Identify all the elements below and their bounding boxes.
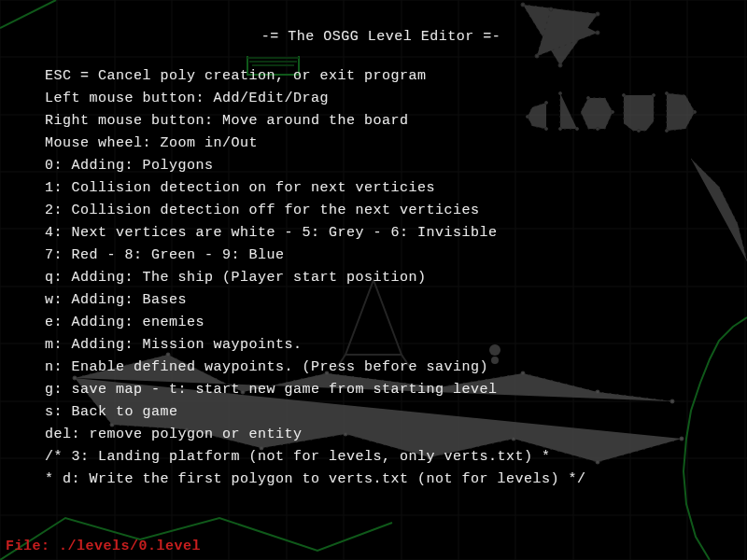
help-line: 0: Adding: Polygons [45, 155, 717, 177]
help-line: n: Enable defined waypoints. (Press befo… [45, 357, 717, 379]
editor-title: -= The OSGG Level Editor =- [45, 26, 717, 49]
help-lines: ESC = Cancel poly creation, or exit prog… [45, 65, 717, 491]
file-path: ./levels/0.level [59, 539, 201, 554]
help-line: 2: Collision detection off for the next … [45, 200, 717, 222]
help-line: Right mouse button: Move around the boar… [45, 110, 717, 133]
help-line: q: Adding: The ship (Player start positi… [45, 267, 717, 289]
help-line: * d: Write the first polygon to verts.tx… [45, 469, 717, 491]
help-line: /* 3: Landing platform (not for levels, … [45, 446, 717, 469]
help-line: ESC = Cancel poly creation, or exit prog… [45, 65, 717, 88]
file-label: File: [6, 539, 59, 554]
help-panel: -= The OSGG Level Editor =- ESC = Cancel… [45, 26, 717, 491]
help-line: del: remove polygon or entity [45, 424, 717, 446]
help-line: s: Back to game [45, 401, 717, 424]
help-line: w: Adding: Bases [45, 289, 717, 312]
help-line: Mouse wheel: Zoom in/Out [45, 133, 717, 155]
help-line: g: save map - t: start new game from sta… [45, 379, 717, 401]
help-line: 1: Collision detection on for next verti… [45, 177, 717, 200]
help-line: 7: Red - 8: Green - 9: Blue [45, 245, 717, 267]
help-line: e: Adding: enemies [45, 312, 717, 334]
help-line: Left mouse button: Add/Edit/Drag [45, 88, 717, 110]
help-line: 4: Next vertices are white - 5: Grey - 6… [45, 222, 717, 245]
status-bar: File: ./levels/0.level [6, 539, 201, 554]
help-line: m: Adding: Mission waypoints. [45, 334, 717, 357]
